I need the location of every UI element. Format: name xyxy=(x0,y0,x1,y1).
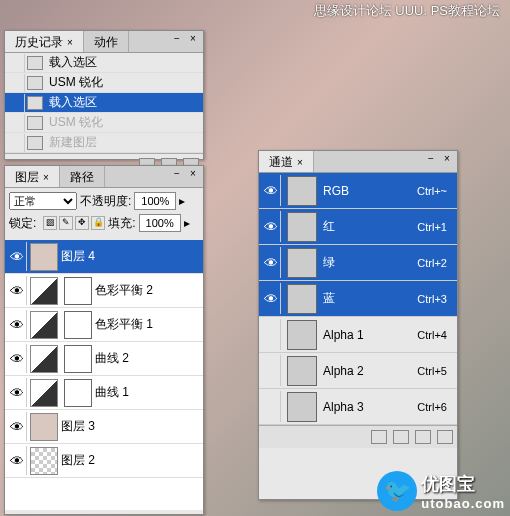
visibility-toggle[interactable]: 👁 xyxy=(7,242,27,271)
visibility-toggle[interactable]: 👁 xyxy=(261,175,281,206)
lock-all-icon[interactable]: 🔒 xyxy=(91,216,105,230)
close-icon[interactable]: × xyxy=(187,168,199,179)
tab-layers[interactable]: 图层× xyxy=(5,166,60,187)
mask-thumb-icon xyxy=(64,277,92,305)
history-item[interactable]: USM 锐化 xyxy=(5,113,203,133)
layer-item[interactable]: 👁图层 3 xyxy=(5,410,203,444)
layer-item[interactable]: 👁色彩平衡 2 xyxy=(5,274,203,308)
layer-item[interactable]: 👁图层 2 xyxy=(5,444,203,478)
lock-paint-icon[interactable]: ✎ xyxy=(59,216,73,230)
tab-actions[interactable]: 动作 xyxy=(84,31,129,52)
visibility-toggle[interactable]: 👁 xyxy=(7,276,27,305)
tab-channels[interactable]: 通道× xyxy=(259,151,314,172)
channel-item[interactable]: Alpha 1Ctrl+4 xyxy=(259,317,457,353)
history-item-label: USM 锐化 xyxy=(49,114,103,131)
history-item-label: 载入选区 xyxy=(49,94,97,111)
layer-name: 曲线 1 xyxy=(95,384,129,401)
layers-panel: 图层× 路径 − × 正常 不透明度: ▸ 锁定: ▨ ✎ ✥ 🔒 填充: ▸ … xyxy=(4,165,204,515)
channel-name: Alpha 2 xyxy=(323,364,417,378)
minimize-icon[interactable]: − xyxy=(171,33,183,44)
eye-icon: 👁 xyxy=(264,255,278,271)
layer-item[interactable]: 👁图层 4 xyxy=(5,240,203,274)
eye-icon: 👁 xyxy=(264,291,278,307)
visibility-toggle[interactable]: 👁 xyxy=(7,378,27,407)
layer-item[interactable]: 👁曲线 2 xyxy=(5,342,203,376)
channel-item[interactable]: 👁红Ctrl+1 xyxy=(259,209,457,245)
layer-options: 正常 不透明度: ▸ 锁定: ▨ ✎ ✥ 🔒 填充: ▸ xyxy=(5,188,203,240)
adjustment-icon xyxy=(30,277,58,305)
tab-history[interactable]: 历史记录× xyxy=(5,31,84,52)
close-icon[interactable]: × xyxy=(43,172,49,183)
tab-channels-label: 通道 xyxy=(269,155,293,169)
history-item-label: USM 锐化 xyxy=(49,74,103,91)
eye-icon: 👁 xyxy=(10,351,24,367)
layer-item[interactable]: 👁色彩平衡 1 xyxy=(5,308,203,342)
close-icon[interactable]: × xyxy=(67,37,73,48)
lock-move-icon[interactable]: ✥ xyxy=(75,216,89,230)
channels-list: 👁RGBCtrl+~👁红Ctrl+1👁绿Ctrl+2👁蓝Ctrl+3Alpha … xyxy=(259,173,457,425)
channel-name: Alpha 1 xyxy=(323,328,417,342)
visibility-toggle[interactable]: 👁 xyxy=(261,283,281,314)
layer-item[interactable]: 👁曲线 1 xyxy=(5,376,203,410)
panel-controls: − × xyxy=(171,33,199,44)
eye-icon: 👁 xyxy=(264,219,278,235)
history-item[interactable]: 载入选区 xyxy=(5,53,203,73)
history-item-label: 新建图层 xyxy=(49,134,97,151)
layer-thumb-icon xyxy=(30,243,58,271)
channel-thumb-icon xyxy=(287,284,317,314)
adjustment-icon xyxy=(30,379,58,407)
channel-shortcut: Ctrl+5 xyxy=(417,365,447,377)
load-selection-icon[interactable] xyxy=(371,430,387,444)
channel-item[interactable]: Alpha 3Ctrl+6 xyxy=(259,389,457,425)
visibility-toggle[interactable]: 👁 xyxy=(261,247,281,278)
layer-thumb-icon xyxy=(30,413,58,441)
visibility-toggle[interactable] xyxy=(261,355,281,386)
mask-thumb-icon xyxy=(64,379,92,407)
mask-thumb-icon xyxy=(64,345,92,373)
trash-icon[interactable] xyxy=(437,430,453,444)
visibility-toggle[interactable]: 👁 xyxy=(261,211,281,242)
logo-icon: 🐦 xyxy=(377,471,417,511)
eye-icon: 👁 xyxy=(10,283,24,299)
visibility-toggle[interactable] xyxy=(261,391,281,422)
blend-mode-select[interactable]: 正常 xyxy=(9,192,77,210)
close-icon[interactable]: × xyxy=(441,153,453,164)
chevron-right-icon[interactable]: ▸ xyxy=(184,216,190,230)
history-item-label: 载入选区 xyxy=(49,54,97,71)
channel-item[interactable]: 👁绿Ctrl+2 xyxy=(259,245,457,281)
visibility-toggle[interactable] xyxy=(261,319,281,350)
close-icon[interactable]: × xyxy=(297,157,303,168)
channel-item[interactable]: Alpha 2Ctrl+5 xyxy=(259,353,457,389)
opacity-label: 不透明度: xyxy=(80,193,131,210)
visibility-toggle[interactable]: 👁 xyxy=(7,310,27,339)
new-channel-icon[interactable] xyxy=(415,430,431,444)
opacity-input[interactable] xyxy=(134,192,176,210)
close-icon[interactable]: × xyxy=(187,33,199,44)
tab-paths[interactable]: 路径 xyxy=(60,166,105,187)
channel-item[interactable]: 👁蓝Ctrl+3 xyxy=(259,281,457,317)
chevron-right-icon[interactable]: ▸ xyxy=(179,194,185,208)
history-item[interactable]: 载入选区 xyxy=(5,93,203,113)
visibility-toggle[interactable]: 👁 xyxy=(7,412,27,441)
channel-thumb-icon xyxy=(287,356,317,386)
fill-label: 填充: xyxy=(108,215,135,232)
history-step-icon xyxy=(27,136,43,150)
channel-shortcut: Ctrl+4 xyxy=(417,329,447,341)
history-item[interactable]: USM 锐化 xyxy=(5,73,203,93)
save-selection-icon[interactable] xyxy=(393,430,409,444)
lock-transparent-icon[interactable]: ▨ xyxy=(43,216,57,230)
channel-thumb-icon xyxy=(287,248,317,278)
tab-history-label: 历史记录 xyxy=(15,35,63,49)
history-step-icon xyxy=(27,76,43,90)
channel-shortcut: Ctrl+6 xyxy=(417,401,447,413)
visibility-toggle[interactable]: 👁 xyxy=(7,344,27,373)
minimize-icon[interactable]: − xyxy=(425,153,437,164)
channel-item[interactable]: 👁RGBCtrl+~ xyxy=(259,173,457,209)
logo-brand: 优图宝 xyxy=(421,472,505,496)
minimize-icon[interactable]: − xyxy=(171,168,183,179)
eye-icon: 👁 xyxy=(264,183,278,199)
fill-input[interactable] xyxy=(139,214,181,232)
mask-thumb-icon xyxy=(64,311,92,339)
history-item[interactable]: 新建图层 xyxy=(5,133,203,153)
visibility-toggle[interactable]: 👁 xyxy=(7,446,27,475)
